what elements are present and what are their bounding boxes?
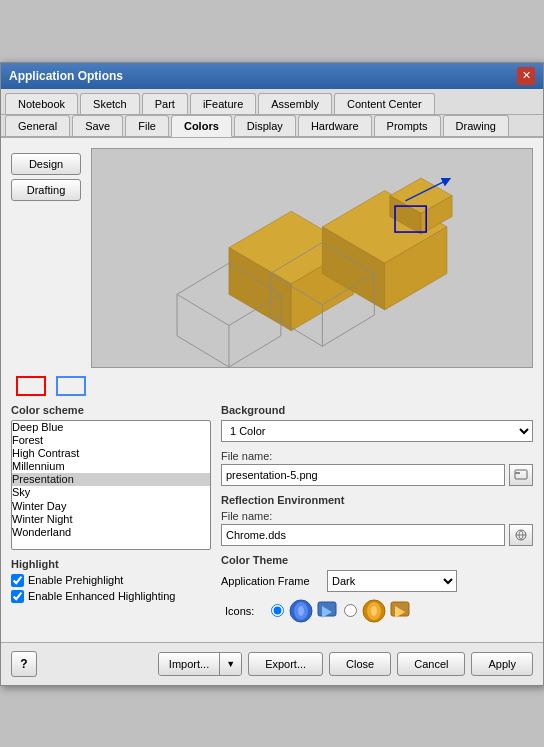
application-window: Application Options ✕ Notebook Sketch Pa…	[0, 62, 544, 686]
reflection-row	[221, 524, 533, 546]
tab-notebook[interactable]: Notebook	[5, 93, 78, 114]
icon-set-2-svg	[361, 598, 387, 624]
preview-svg	[92, 149, 532, 367]
background-section: Background 1 Color 2 Color Gradient Imag…	[221, 404, 533, 442]
svg-rect-26	[515, 472, 520, 474]
tab-colors[interactable]: Colors	[171, 115, 232, 137]
tab-content-center[interactable]: Content Center	[334, 93, 435, 114]
color-scheme-label: Color scheme	[11, 404, 211, 416]
app-frame-row: Application Frame Dark Light	[221, 570, 533, 592]
filename-label: File name:	[221, 450, 533, 462]
icon-set-1	[288, 598, 338, 624]
icon-set-1-svg	[288, 598, 314, 624]
prehighlight-row: Enable Prehighlight	[11, 574, 211, 587]
import-button[interactable]: Import...	[159, 653, 220, 675]
footer-left: ?	[11, 651, 37, 677]
reflection-browse-button[interactable]	[509, 524, 533, 546]
red-indicator	[16, 376, 46, 396]
background-select[interactable]: 1 Color 2 Color Gradient Image	[221, 420, 533, 442]
highlight-section: Highlight Enable Prehighlight Enable Enh…	[11, 558, 211, 603]
filename-browse-button[interactable]	[509, 464, 533, 486]
import-group: Import... ▼	[158, 652, 242, 676]
enhanced-highlight-row: Enable Enhanced Highlighting	[11, 590, 211, 603]
filename-section: File name:	[221, 450, 533, 486]
icon-set-2b-svg	[389, 598, 411, 624]
prehighlight-checkbox[interactable]	[11, 574, 24, 587]
indicators	[11, 376, 533, 396]
icon-radio-2[interactable]	[344, 604, 357, 617]
icons-row: Icons:	[225, 598, 533, 624]
help-button[interactable]: ?	[11, 651, 37, 677]
filename-row	[221, 464, 533, 486]
title-bar: Application Options ✕	[1, 63, 543, 89]
window-title: Application Options	[9, 69, 123, 83]
listbox-item-deep-blue: Deep Blue	[12, 421, 210, 434]
svg-rect-25	[515, 470, 527, 479]
tab-sketch[interactable]: Sketch	[80, 93, 140, 114]
export-button[interactable]: Export...	[248, 652, 323, 676]
app-frame-select[interactable]: Dark Light	[327, 570, 457, 592]
color-theme-section: Color Theme Application Frame Dark Light…	[221, 554, 533, 624]
background-label: Background	[221, 404, 533, 416]
tabs-row1: Notebook Sketch Part iFeature Assembly C…	[1, 89, 543, 115]
tab-display[interactable]: Display	[234, 115, 296, 136]
color-scheme-listbox[interactable]: Deep Blue Forest High Contrast Millenniu…	[11, 420, 211, 550]
prehighlight-label: Enable Prehighlight	[28, 574, 123, 586]
svg-point-37	[371, 606, 377, 616]
listbox-item-forest: Forest	[12, 434, 210, 447]
tab-assembly[interactable]: Assembly	[258, 93, 332, 114]
tab-general[interactable]: General	[5, 115, 70, 136]
design-button[interactable]: Design	[11, 153, 81, 175]
tab-hardware[interactable]: Hardware	[298, 115, 372, 136]
reflection-file-label: File name:	[221, 510, 533, 522]
listbox-item-presentation: Presentation	[12, 473, 210, 486]
drafting-button[interactable]: Drafting	[11, 179, 81, 201]
icon-set-1b-svg	[316, 598, 338, 624]
right-panel: Background 1 Color 2 Color Gradient Imag…	[221, 404, 533, 632]
reflection-input[interactable]	[221, 524, 505, 546]
filename-input[interactable]	[221, 464, 505, 486]
footer: ? Import... ▼ Export... Close Cancel App…	[1, 642, 543, 685]
tab-file[interactable]: File	[125, 115, 169, 136]
preview-area	[91, 148, 533, 368]
tab-part[interactable]: Part	[142, 93, 188, 114]
cancel-button[interactable]: Cancel	[397, 652, 465, 676]
tab-save[interactable]: Save	[72, 115, 123, 136]
icon-option-2	[344, 598, 411, 624]
icon-set-2	[361, 598, 411, 624]
listbox-item-millennium: Millennium	[12, 460, 210, 473]
highlight-label: Highlight	[11, 558, 211, 570]
listbox-item-winter-night: Winter Night	[12, 513, 210, 526]
footer-right: Import... ▼ Export... Close Cancel Apply	[158, 652, 533, 676]
enhanced-highlight-checkbox[interactable]	[11, 590, 24, 603]
reflection-browse-icon	[514, 528, 528, 542]
tab-prompts[interactable]: Prompts	[374, 115, 441, 136]
reflection-section: Reflection Environment File name:	[221, 494, 533, 546]
bottom-section: Color scheme Deep Blue Forest High Contr…	[11, 404, 533, 632]
left-panel: Color scheme Deep Blue Forest High Contr…	[11, 404, 211, 632]
close-button[interactable]: Close	[329, 652, 391, 676]
listbox-item-high-contrast: High Contrast	[12, 447, 210, 460]
left-buttons: Design Drafting	[11, 148, 81, 368]
close-window-button[interactable]: ✕	[517, 67, 535, 85]
main-content: Design Drafting	[1, 138, 543, 642]
icon-radio-1[interactable]	[271, 604, 284, 617]
listbox-item-winter-day: Winter Day	[12, 500, 210, 513]
apply-button[interactable]: Apply	[471, 652, 533, 676]
reflection-label: Reflection Environment	[221, 494, 533, 506]
enhanced-highlight-label: Enable Enhanced Highlighting	[28, 590, 175, 602]
tabs-row2: General Save File Colors Display Hardwar…	[1, 115, 543, 138]
app-frame-label: Application Frame	[221, 575, 321, 587]
import-dropdown-button[interactable]: ▼	[220, 653, 241, 675]
svg-point-32	[298, 606, 304, 616]
listbox-item-wonderland: Wonderland	[12, 526, 210, 539]
icons-label: Icons:	[225, 605, 265, 617]
browse-icon	[514, 468, 528, 482]
tab-drawing[interactable]: Drawing	[443, 115, 509, 136]
color-theme-label: Color Theme	[221, 554, 533, 566]
top-section: Design Drafting	[11, 148, 533, 368]
listbox-item-sky: Sky	[12, 486, 210, 499]
icon-option-1	[271, 598, 338, 624]
blue-indicator	[56, 376, 86, 396]
tab-ifeature[interactable]: iFeature	[190, 93, 256, 114]
